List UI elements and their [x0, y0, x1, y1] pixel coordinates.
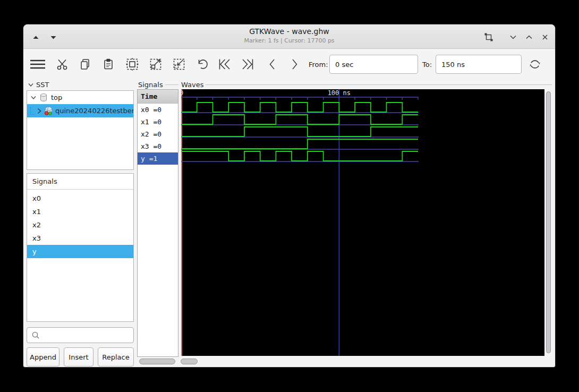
- wave-names-panel: Time x0 =0 x1 =0 x2 =0 x3 =0 y =1: [137, 89, 178, 357]
- signal-item-x3[interactable]: x3: [27, 232, 133, 245]
- skip-to-start-icon: [217, 58, 232, 71]
- insert-button-label: Insert: [69, 353, 88, 361]
- from-label: From:: [309, 61, 328, 69]
- signal-item-x2[interactable]: x2: [27, 218, 133, 232]
- wave-names-frame-label: Signals: [138, 81, 178, 89]
- signal-item-x0[interactable]: x0: [27, 192, 133, 205]
- copy-icon: [79, 58, 91, 71]
- titlebar-text: GTKWave - wave.ghw Marker: 1 fs | Cursor…: [23, 27, 555, 44]
- undo-button[interactable]: [194, 57, 210, 72]
- frame-line: [165, 84, 178, 85]
- zoom-fit-icon: [125, 57, 139, 71]
- close-button[interactable]: [540, 32, 550, 42]
- zoom-in-icon: [149, 57, 163, 71]
- skip-to-end-icon: [240, 58, 255, 71]
- signal-item-label: x0: [32, 194, 41, 202]
- tree-item-testbench[interactable]: quine20240226testbenc: [27, 104, 133, 117]
- minimize-button[interactable]: [508, 32, 518, 42]
- expander-right-icon: [36, 107, 42, 115]
- signals-list-panel: Signals x0 x1 x2 x3 y: [27, 173, 134, 322]
- to-label: To:: [422, 61, 432, 69]
- replace-button[interactable]: Replace: [98, 347, 134, 367]
- paste-clipboard-icon: [102, 58, 115, 71]
- tree-guide-line: [30, 107, 35, 115]
- wave-name-row-x1[interactable]: x1 =0: [138, 116, 178, 128]
- sst-frame-label: SST: [28, 81, 134, 89]
- replace-button-label: Replace: [102, 353, 129, 361]
- close-icon: [541, 33, 549, 41]
- signal-item-label: x2: [32, 221, 41, 229]
- tree-item-label: quine20240226testbenc: [55, 107, 133, 115]
- frame-line: [206, 84, 552, 85]
- signal-item-x1[interactable]: x1: [27, 205, 133, 218]
- hamburger-menu-icon: [30, 58, 46, 71]
- tree-item-top[interactable]: top: [27, 91, 133, 104]
- from-input[interactable]: [329, 55, 418, 74]
- wave-name-row-y[interactable]: y =1: [138, 152, 178, 165]
- signal-search-input[interactable]: [27, 327, 134, 343]
- svg-text:0: 0: [181, 89, 183, 97]
- chevron-right-icon: [289, 58, 300, 71]
- chevron-down-icon: [28, 82, 34, 88]
- names-hscrollbar-thumb[interactable]: [139, 359, 175, 364]
- waves-hscrollbar-thumb[interactable]: [181, 359, 198, 364]
- zoom-out-icon: [172, 57, 186, 71]
- svg-text:100 ns: 100 ns: [328, 89, 351, 97]
- menu-button[interactable]: [30, 57, 46, 72]
- waveform-plot: 0100 ns: [181, 89, 544, 356]
- go-to-end-button[interactable]: [240, 57, 256, 72]
- expander-down-icon: [30, 95, 37, 101]
- tree-item-label: top: [51, 93, 62, 101]
- cut-button[interactable]: [54, 57, 70, 72]
- waves-frame-label: Waves: [181, 81, 552, 89]
- maximize-button[interactable]: [524, 32, 534, 42]
- waves-vscrollbar-thumb[interactable]: [546, 91, 551, 353]
- wave-name-row-x3[interactable]: x3 =0: [138, 140, 178, 152]
- reload-button[interactable]: [527, 57, 543, 72]
- zoom-in-button[interactable]: [148, 57, 164, 72]
- sst-tree-panel: top quine20240226testbenc: [27, 90, 134, 170]
- zoom-out-button[interactable]: [171, 57, 187, 72]
- titlebar[interactable]: GTKWave - wave.ghw Marker: 1 fs | Cursor…: [23, 24, 555, 49]
- signal-item-label: x1: [32, 208, 41, 216]
- window-title: GTKWave - wave.ghw: [23, 27, 555, 36]
- search-icon: [31, 330, 40, 340]
- append-button-label: Append: [30, 353, 56, 361]
- wave-name-row-x2[interactable]: x2 =0: [138, 128, 178, 140]
- desktop: GTKWave - wave.ghw Marker: 1 fs | Cursor…: [0, 0, 579, 392]
- fullscreen-button[interactable]: [483, 32, 494, 42]
- to-input[interactable]: [436, 55, 522, 74]
- waves-label-text: Waves: [181, 81, 203, 89]
- wave-names-label-text: Signals: [138, 81, 163, 89]
- signal-item-label: x3: [32, 234, 41, 242]
- gtkwave-window: GTKWave - wave.ghw Marker: 1 fs | Cursor…: [23, 24, 555, 367]
- zoom-fit-button[interactable]: [124, 57, 140, 72]
- chevron-down-icon: [509, 33, 517, 41]
- toolbar: From: To:: [23, 49, 555, 80]
- database-cylinder-icon: [39, 92, 48, 103]
- append-button[interactable]: Append: [27, 347, 59, 367]
- scissors-icon: [56, 58, 69, 71]
- shift-left-button[interactable]: [264, 57, 280, 72]
- undo-icon: [195, 58, 208, 71]
- chevron-left-icon: [267, 58, 277, 71]
- signals-list-header: Signals: [27, 174, 133, 190]
- signal-item-label: y: [32, 248, 37, 255]
- reload-icon: [528, 57, 542, 71]
- time-header[interactable]: Time: [138, 90, 178, 104]
- shift-right-button[interactable]: [287, 57, 303, 72]
- paste-button[interactable]: [100, 57, 116, 72]
- fullscreen-toggle-icon: [484, 32, 493, 42]
- module-globe-icon: [44, 106, 53, 116]
- marker-cursor-status: Marker: 1 fs | Cursor: 17700 ps: [23, 37, 555, 44]
- go-to-start-button[interactable]: [217, 57, 233, 72]
- copy-button[interactable]: [77, 57, 93, 72]
- signal-item-y[interactable]: y: [27, 245, 133, 258]
- chevron-up-icon: [525, 33, 533, 41]
- sst-label-text: SST: [36, 81, 49, 89]
- insert-button[interactable]: Insert: [64, 347, 93, 367]
- waveform-canvas[interactable]: 0100 ns: [181, 89, 544, 356]
- wave-name-row-x0[interactable]: x0 =0: [138, 104, 178, 116]
